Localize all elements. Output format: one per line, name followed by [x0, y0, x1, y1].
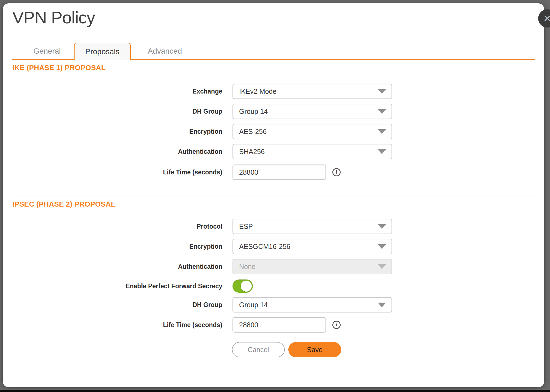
authentication-p2-row: Authentication None — [12, 259, 392, 274]
chevron-down-icon — [378, 109, 386, 114]
protocol-label: Protocol — [12, 223, 222, 230]
authentication-select[interactable]: SHA256 — [232, 144, 392, 159]
exchange-select-value: IKEv2 Mode — [239, 87, 277, 95]
encryption-p2-label: Encryption — [12, 243, 222, 250]
save-button[interactable]: Save — [288, 342, 341, 357]
page-title: VPN Policy — [12, 8, 95, 28]
chevron-down-icon — [378, 303, 386, 307]
pfs-toggle-on[interactable] — [232, 279, 253, 293]
chevron-down-icon — [378, 149, 386, 154]
chevron-down-icon — [378, 89, 386, 94]
tab-general[interactable]: General — [20, 43, 75, 59]
life-time-input[interactable] — [232, 165, 326, 180]
pfs-row: Enable Perfect Forward Secrecy — [12, 278, 253, 294]
dh-group-p2-label: DH Group — [12, 301, 222, 309]
authentication-p2-label: Authentication — [12, 263, 222, 270]
encryption-p2-select-value: AESGCM16-256 — [239, 243, 290, 251]
dh-group-p2-select-value: Group 14 — [239, 301, 268, 309]
chevron-down-icon — [378, 224, 386, 229]
bottom-edge-bar — [0, 390, 550, 392]
life-time-p2-row: Life Time (seconds) i — [12, 317, 326, 333]
tab-proposals[interactable]: Proposals — [74, 43, 131, 60]
exchange-label: Exchange — [12, 88, 222, 95]
dh-group-p2-select[interactable]: Group 14 — [232, 297, 392, 312]
encryption-p2-row: Encryption AESGCM16-256 — [12, 239, 392, 254]
ike-phase1-heading: IKE (PHASE 1) PROPOSAL — [12, 64, 106, 72]
authentication-row: Authentication SHA256 — [12, 144, 392, 159]
encryption-row: Encryption AES-256 — [12, 124, 392, 139]
chevron-down-icon — [378, 264, 386, 269]
chevron-down-icon — [378, 129, 386, 134]
life-time-row: Life Time (seconds) i — [12, 165, 326, 180]
authentication-p2-select-disabled: None — [232, 259, 392, 274]
life-time-p2-input[interactable] — [232, 317, 326, 333]
vpn-policy-dialog: VPN Policy General Proposals Advanced IK… — [3, 3, 544, 387]
section-divider — [12, 196, 535, 196]
encryption-select[interactable]: AES-256 — [232, 124, 392, 139]
dh-group-row: DH Group Group 14 — [12, 104, 392, 119]
exchange-row: Exchange IKEv2 Mode — [12, 84, 392, 99]
life-time-label: Life Time (seconds) — [12, 169, 222, 176]
ipsec-phase2-heading: IPSEC (PHASE 2) PROPOSAL — [12, 200, 115, 209]
dh-group-select-value: Group 14 — [239, 108, 268, 116]
encryption-label: Encryption — [12, 128, 222, 135]
life-time-p2-label: Life Time (seconds) — [12, 321, 222, 329]
info-icon[interactable]: i — [332, 321, 341, 329]
toggle-knob — [241, 281, 252, 292]
authentication-select-value: SHA256 — [239, 148, 265, 156]
dh-group-label: DH Group — [12, 108, 222, 115]
tab-general-label: General — [33, 47, 61, 56]
cancel-button[interactable]: Cancel — [232, 342, 285, 357]
protocol-row: Protocol ESP — [12, 219, 392, 234]
authentication-p2-select-value: None — [239, 263, 256, 271]
tab-advanced-label: Advanced — [148, 47, 182, 56]
dh-group-p2-row: DH Group Group 14 — [12, 297, 392, 312]
protocol-select-value: ESP — [239, 223, 253, 231]
exchange-select[interactable]: IKEv2 Mode — [232, 84, 392, 99]
tab-proposals-label: Proposals — [85, 47, 120, 56]
protocol-select[interactable]: ESP — [232, 219, 392, 234]
encryption-select-value: AES-256 — [239, 128, 267, 136]
pfs-label: Enable Perfect Forward Secrecy — [12, 283, 222, 290]
encryption-p2-select[interactable]: AESGCM16-256 — [232, 239, 392, 254]
chevron-down-icon — [378, 244, 386, 249]
tab-advanced[interactable]: Advanced — [130, 43, 199, 59]
dh-group-select[interactable]: Group 14 — [232, 104, 392, 119]
authentication-label: Authentication — [12, 148, 222, 155]
info-icon[interactable]: i — [332, 168, 341, 176]
